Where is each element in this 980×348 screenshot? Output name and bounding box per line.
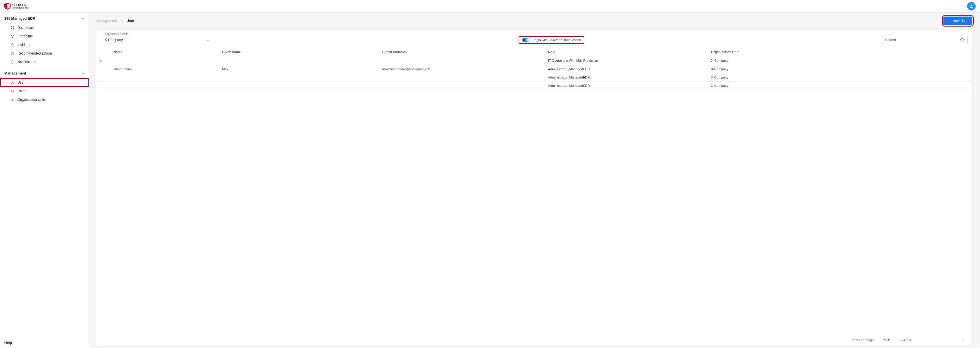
sidebar-item-incidents[interactable]: Incidents <box>0 41 89 49</box>
profile-avatar[interactable] <box>967 2 976 11</box>
table-row[interactable]: Administrator_ManagedEDRX-Company <box>96 73 972 82</box>
table-row[interactable]: IT Operations With Mail ProtectionX-Comp… <box>96 56 972 65</box>
sidebar-section-title: Management <box>4 71 26 75</box>
svg-rect-13 <box>11 100 12 101</box>
two-factor-toggle[interactable] <box>522 38 530 42</box>
endpoints-icon <box>11 34 14 38</box>
new-user-button[interactable]: + New User <box>943 17 972 25</box>
sidebar-section-management[interactable]: Management <box>0 68 89 78</box>
dashboard-icon <box>11 26 14 30</box>
sidebar-item-endpoints[interactable]: Endpoints <box>0 32 89 41</box>
svg-point-15 <box>961 38 963 41</box>
notifications-icon <box>11 60 14 64</box>
svg-point-9 <box>12 62 13 62</box>
cell-name <box>111 56 219 65</box>
cell-role: Administrator_ManagedEDR <box>545 73 708 82</box>
cell-email <box>379 73 545 82</box>
col-org[interactable]: Organisation Unit <box>708 48 972 56</box>
svg-rect-0 <box>11 26 12 27</box>
cell-email: maxmustermann@x-company.de <box>379 65 545 73</box>
cell-name: Mustermann <box>111 65 219 73</box>
sidebar-section-edr[interactable]: 365 Managed EDR <box>0 14 89 24</box>
svg-point-17 <box>101 60 101 60</box>
sidebar-item-label: Organisation Units <box>18 98 46 102</box>
sidebar-item-label: Notifications <box>18 60 36 64</box>
sidebar-item-label: User <box>18 81 25 84</box>
sidebar-item-label: Incidents <box>18 43 31 47</box>
cell-given <box>219 56 379 65</box>
search-icon <box>960 38 964 42</box>
page-range: 1 - 4 of 4 <box>898 338 911 342</box>
cell-name <box>111 73 219 82</box>
search-field[interactable] <box>882 36 968 44</box>
service-account-icon <box>99 59 103 62</box>
new-user-label: New User <box>953 19 968 23</box>
svg-rect-11 <box>11 90 14 92</box>
svg-rect-1 <box>13 26 14 27</box>
table-row[interactable]: Administrator_ManagedEDRX-Company <box>96 82 972 90</box>
breadcrumb-parent[interactable]: Management <box>96 19 117 23</box>
col-email[interactable]: E-mail address <box>379 48 545 56</box>
cell-name <box>111 82 219 90</box>
svg-point-10 <box>12 81 13 83</box>
table-row[interactable]: MustermannMaxmaxmustermann@x-company.deA… <box>96 65 972 73</box>
recommended-icon <box>11 51 14 55</box>
incidents-icon <box>11 43 14 47</box>
col-role[interactable]: Role <box>545 48 708 56</box>
dropdown-icon: ▾ <box>888 338 890 342</box>
orgunits-icon <box>11 98 14 102</box>
pagination: Items per page: 25 ▾ 1 - 4 of 4 |‹ ‹ › ›… <box>96 335 972 345</box>
first-page-button[interactable]: |‹ <box>920 338 925 342</box>
cell-org: X-Company <box>708 56 972 65</box>
two-factor-toggle-group: Login with 2-factor authentication <box>519 36 585 44</box>
chevron-right-icon: › <box>121 19 123 23</box>
sidebar-item-dashboard[interactable]: Dashboard <box>0 24 89 32</box>
org-unit-select[interactable]: X-Company ⌄ <box>101 35 221 45</box>
users-table: Name Given name E-mail address Role Orga… <box>96 48 972 90</box>
two-factor-label: Login with 2-factor authentication <box>533 38 581 42</box>
items-per-page-label: Items per page: <box>852 338 875 342</box>
brand-logo: G DATA CyberDefense <box>4 3 29 10</box>
cell-given <box>219 82 379 90</box>
ou-select-value: X-Company <box>105 38 123 42</box>
cell-role: Administrator_ManagedEDR <box>545 65 708 73</box>
sidebar-item-orgunits[interactable]: Organisation Units <box>0 95 89 104</box>
user-icon <box>969 4 974 9</box>
chevron-down-icon: ⌄ <box>207 38 209 42</box>
cell-email <box>379 56 545 65</box>
next-page-button[interactable]: › <box>947 338 951 342</box>
ou-select-legend: Organisation Units <box>104 33 129 36</box>
page-size-select[interactable]: 25 ▾ <box>883 338 890 342</box>
cell-role: IT Operations With Mail Protection <box>545 56 708 65</box>
prev-page-button[interactable]: ‹ <box>934 338 938 342</box>
sidebar-item-roles[interactable]: Roles <box>0 87 89 95</box>
help-label: Help <box>4 341 12 345</box>
user-icon <box>11 81 14 84</box>
cell-org: X-Company <box>708 82 972 90</box>
svg-rect-3 <box>13 28 14 29</box>
sidebar-item-label: Endpoints <box>18 34 33 38</box>
last-page-button[interactable]: ›| <box>960 338 966 342</box>
col-given[interactable]: Given name <box>219 48 379 56</box>
sidebar-item-label: Roles <box>18 89 26 93</box>
cell-given: Max <box>219 65 379 73</box>
sidebar-item-notifications[interactable]: Notifications <box>0 58 89 66</box>
roles-icon <box>11 89 14 93</box>
page-size-value: 25 <box>883 338 887 342</box>
svg-rect-12 <box>12 98 13 99</box>
cell-org: X-Company <box>708 73 972 82</box>
col-name[interactable]: Name <box>111 48 219 56</box>
svg-rect-14 <box>13 100 14 101</box>
sidebar-item-user[interactable]: User <box>0 78 89 87</box>
search-input[interactable] <box>885 38 958 42</box>
cell-email <box>379 82 545 90</box>
brand-sub: CyberDefense <box>12 7 29 9</box>
plus-icon: + <box>948 19 950 23</box>
sidebar-help[interactable]: Help <box>0 338 89 348</box>
breadcrumb: Management › User <box>96 19 134 23</box>
sidebar-item-recommended[interactable]: Recommended actions <box>0 49 89 58</box>
sidebar-section-title: 365 Managed EDR <box>4 17 35 21</box>
cell-role: Administrator_ManagedEDR <box>545 82 708 90</box>
sidebar-item-label: Recommended actions <box>18 51 52 55</box>
sidebar-item-label: Dashboard <box>18 26 34 30</box>
